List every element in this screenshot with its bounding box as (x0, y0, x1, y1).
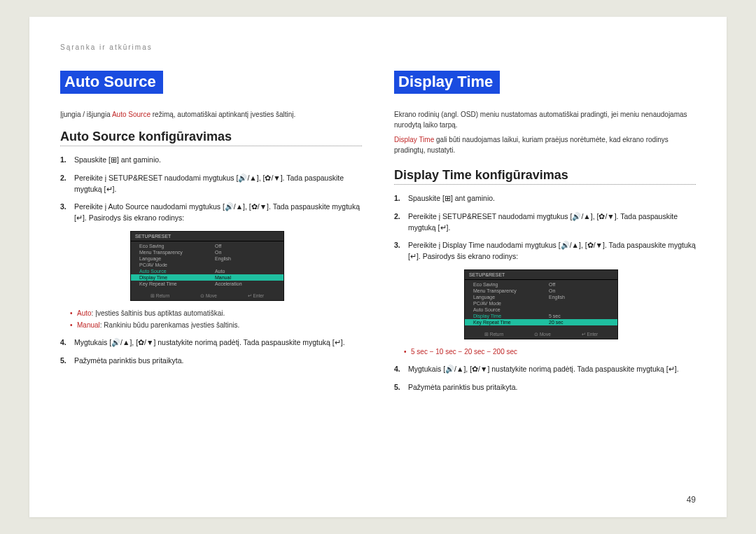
osd-row: LanguageEnglish (131, 255, 284, 262)
osd-row: Display Time5 sec (465, 313, 617, 319)
osd-row: Auto Source (465, 307, 617, 313)
step-5: 5.Pažymėta parinktis bus pritaikyta. (394, 382, 696, 393)
osd-row: Menu TransparencyOn (131, 249, 284, 255)
display-time-options: 5 sec − 10 sec − 20 sec − 200 sec (404, 346, 696, 357)
intro-display-time: Ekrano rodinių (angl. OSD) meniu nustato… (394, 109, 696, 130)
heading-auto-source: Auto Source (60, 71, 163, 94)
auto-source-options: Auto: Įvesties šaltinis bus aptiktas aut… (70, 308, 362, 330)
step-2: 2.Pereikite į SETUP&RESET naudodami mygt… (394, 211, 696, 234)
steps-auto-source: 1.Spauskite [⊞] ant gaminio. 2.Pereikite… (60, 155, 362, 224)
option-times: 5 sec − 10 sec − 20 sec − 200 sec (404, 346, 696, 357)
osd-row: Eco SavingOff (465, 281, 617, 288)
breadcrumb: Sąranka ir atkūrimas (60, 43, 696, 51)
heading-display-time: Display Time (394, 71, 500, 94)
step-1: 1.Spauskite [⊞] ant gaminio. (394, 193, 696, 204)
osd-row: Eco SavingOff (131, 243, 284, 249)
osd-row: Key Repeat Time20 sec (465, 319, 617, 325)
step-1: 1.Spauskite [⊞] ant gaminio. (60, 155, 362, 166)
osd-row: Key Repeat TimeAcceleration (131, 281, 284, 287)
osd-row: LanguageEnglish (465, 294, 617, 300)
rule (394, 184, 696, 185)
osd-row: PC/AV Mode (131, 262, 284, 268)
osd-row: PC/AV Mode (465, 300, 617, 307)
step-4: 4.Mygtukais [🔊/▲], [✿/▼] nustatykite nor… (394, 364, 696, 375)
step-4: 4.Mygtukais [🔊/▲], [✿/▼] nustatykite nor… (60, 337, 362, 349)
rule (60, 146, 362, 146)
col-display-time: Display Time Ekrano rodinių (angl. OSD) … (394, 71, 696, 400)
osd-row: Auto SourceAuto (131, 268, 284, 274)
subheading-auto-source-config: Auto Source konfigūravimas (60, 129, 362, 144)
step-2: 2.Pereikite į SETUP&RESET naudodami mygt… (60, 173, 362, 195)
step-5: 5.Pažymėta parinktis bus pritaikyta. (60, 356, 362, 367)
page-number: 49 (687, 495, 696, 505)
step-3: 3.Pereikite į Auto Source naudodami mygt… (60, 202, 362, 224)
osd-preview-display-time: SETUP&RESET Eco SavingOffMenu Transparen… (464, 269, 618, 339)
steps-display-time: 1.Spauskite [⊞] ant gaminio. 2.Pereikite… (394, 193, 696, 262)
osd-preview-auto-source: SETUP&RESET Eco SavingOffMenu Transparen… (130, 231, 284, 301)
step-3: 3.Pereikite į Display Time naudodami myg… (394, 240, 696, 262)
osd-row: Menu TransparencyOn (465, 288, 617, 294)
note-display-time: Display Time gali būti naudojamas laikui… (394, 134, 696, 155)
intro-auto-source: Įjungia / išjungia Auto Source režimą, a… (60, 109, 362, 120)
osd-row: Display TimeManual (131, 274, 284, 281)
option-manual: Manual: Rankiniu būdu parenkamas įvestie… (70, 320, 362, 330)
option-auto: Auto: Įvesties šaltinis bus aptiktas aut… (70, 308, 362, 318)
subheading-display-time-config: Display Time konfigūravimas (394, 168, 696, 183)
manual-page: Sąranka ir atkūrimas Auto Source Įjungia… (29, 17, 727, 517)
col-auto-source: Auto Source Įjungia / išjungia Auto Sour… (60, 71, 362, 400)
